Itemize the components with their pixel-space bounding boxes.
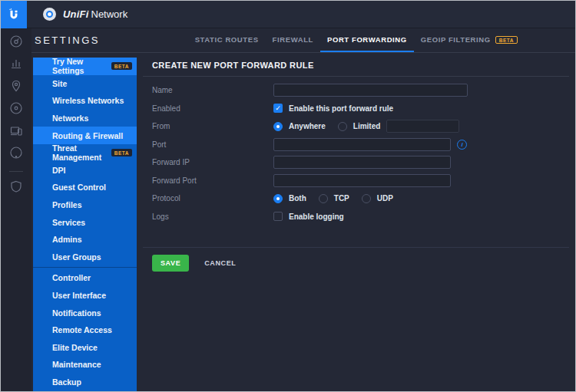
sidebar-item-guest-control[interactable]: Guest Control (33, 179, 137, 196)
save-button[interactable]: SAVE (152, 255, 189, 272)
tab-firewall[interactable]: FIREWALL (266, 28, 320, 52)
sidebar-item-wireless-networks[interactable]: Wireless Networks (33, 92, 137, 110)
form-footer: SAVE CANCEL (143, 247, 569, 272)
port-info-icon[interactable]: i (457, 140, 467, 150)
rail-divider (9, 171, 23, 172)
forward-ip-row: Forward IP (137, 153, 575, 172)
sidebar-item-threat-management[interactable]: Threat ManagementBETA (33, 144, 137, 162)
from-limited-label[interactable]: Limited (353, 122, 381, 130)
dashboard-icon[interactable] (8, 34, 24, 49)
protocol-tcp-label[interactable]: TCP (334, 194, 349, 203)
name-row: Name (137, 81, 575, 100)
icon-rail (1, 28, 31, 391)
page-title: SETTINGS (35, 35, 100, 46)
sidebar-item-admins[interactable]: Admins (33, 231, 137, 249)
sidebar-item-dpi[interactable]: DPI (33, 162, 137, 180)
from-row: From Anywhere Limited (137, 117, 575, 136)
sidebar-item-user-interface[interactable]: User Interface (33, 287, 137, 305)
port-label: Port (152, 140, 273, 149)
sidebar-item-services[interactable]: Services (33, 213, 137, 231)
sidebar-item-routing-firewall[interactable]: Routing & Firewall (33, 127, 137, 144)
enabled-row: Enabled ✓ Enable this port forward rule (137, 100, 575, 118)
logging-checkbox-label[interactable]: Enable logging (289, 212, 344, 221)
app-title: UniFiNetwork (63, 8, 127, 20)
protocol-both-radio[interactable] (273, 194, 283, 203)
logs-label: Logs (152, 212, 273, 221)
name-label: Name (152, 86, 273, 94)
enabled-checkbox[interactable]: ✓ (273, 104, 283, 113)
shield-icon[interactable] (8, 179, 24, 194)
statistics-icon[interactable] (8, 56, 24, 71)
devices-icon[interactable] (8, 100, 24, 116)
sidebar-item-networks[interactable]: Networks (33, 110, 137, 127)
ubiquiti-logo[interactable] (1, 1, 27, 28)
sidebar-item-notifications[interactable]: Notifications (33, 304, 137, 321)
port-row: Port i (137, 136, 575, 154)
from-anywhere-radio[interactable] (273, 122, 283, 131)
port-input[interactable] (273, 138, 451, 151)
protocol-row: Protocol Both TCP UDP (137, 189, 575, 208)
protocol-label: Protocol (152, 194, 273, 203)
top-bar: UniFiNetwork (1, 1, 575, 28)
sidebar-item-elite-device[interactable]: Elite Device (33, 339, 137, 357)
protocol-udp-radio[interactable] (362, 194, 371, 203)
section-title: CREATE NEW PORT FORWARD RULE (143, 53, 569, 77)
forward-ip-input[interactable] (273, 156, 451, 169)
clients-icon[interactable] (8, 123, 24, 138)
settings-sidebar: Try New SettingsBETA Site Wireless Netwo… (33, 58, 137, 391)
enabled-checkbox-label[interactable]: Enable this port forward rule (289, 104, 393, 113)
unifi-ap-icon (43, 8, 56, 21)
sidebar-item-remote-access[interactable]: Remote Access (33, 321, 137, 339)
sidebar-divider (33, 267, 137, 268)
brand-unifi: UniFi (63, 8, 89, 20)
insights-icon[interactable] (8, 145, 24, 160)
logs-row: Logs Enable logging (137, 208, 575, 226)
tab-static-routes[interactable]: STATIC ROUTES (188, 28, 266, 52)
protocol-tcp-radio[interactable] (319, 194, 328, 203)
forward-port-label: Forward Port (152, 176, 273, 185)
beta-badge: BETA (111, 62, 132, 70)
brand-network: Network (91, 8, 128, 20)
beta-badge: BETA (495, 36, 518, 44)
tab-geoip-filtering[interactable]: GEOIP FILTERINGBETA (414, 28, 525, 52)
sidebar-item-controller[interactable]: Controller (33, 269, 137, 287)
from-limited-radio[interactable] (338, 122, 347, 131)
sidebar-item-profiles[interactable]: Profiles (33, 196, 137, 214)
sidebar-item-try-new-settings[interactable]: Try New SettingsBETA (33, 58, 137, 75)
protocol-both-label[interactable]: Both (289, 194, 306, 203)
from-label: From (152, 122, 273, 130)
limited-address-input[interactable] (386, 120, 459, 133)
create-port-forward-form: Name Enabled ✓ Enable this port forward … (137, 77, 575, 226)
logging-checkbox[interactable] (273, 212, 283, 221)
name-input[interactable] (273, 84, 468, 97)
sidebar-item-user-groups[interactable]: User Groups (33, 249, 137, 266)
enabled-label: Enabled (152, 104, 273, 113)
map-icon[interactable] (8, 78, 24, 94)
beta-badge: BETA (111, 149, 132, 156)
forward-port-input[interactable] (273, 174, 451, 187)
ubiquiti-u-icon (7, 8, 21, 21)
cancel-button[interactable]: CANCEL (204, 259, 236, 267)
port-forwarding-panel: CREATE NEW PORT FORWARD RULE Name Enable… (137, 53, 575, 391)
forward-ip-label: Forward IP (152, 158, 273, 166)
tab-port-forwarding[interactable]: PORT FORWARDING (320, 28, 414, 52)
page-header: SETTINGS STATIC ROUTES FIREWALL PORT FOR… (31, 28, 575, 53)
tab-bar: STATIC ROUTES FIREWALL PORT FORWARDING G… (188, 28, 525, 52)
sidebar-item-maintenance[interactable]: Maintenance (33, 356, 137, 374)
forward-port-row: Forward Port (137, 172, 575, 190)
from-anywhere-label[interactable]: Anywhere (289, 122, 326, 130)
protocol-udp-label[interactable]: UDP (377, 194, 393, 203)
sidebar-item-site[interactable]: Site (33, 75, 137, 93)
sidebar-item-backup[interactable]: Backup (33, 374, 137, 391)
unifi-network-settings-page: UniFiNetwork SETTINGS STATIC ROUTES (0, 0, 576, 392)
